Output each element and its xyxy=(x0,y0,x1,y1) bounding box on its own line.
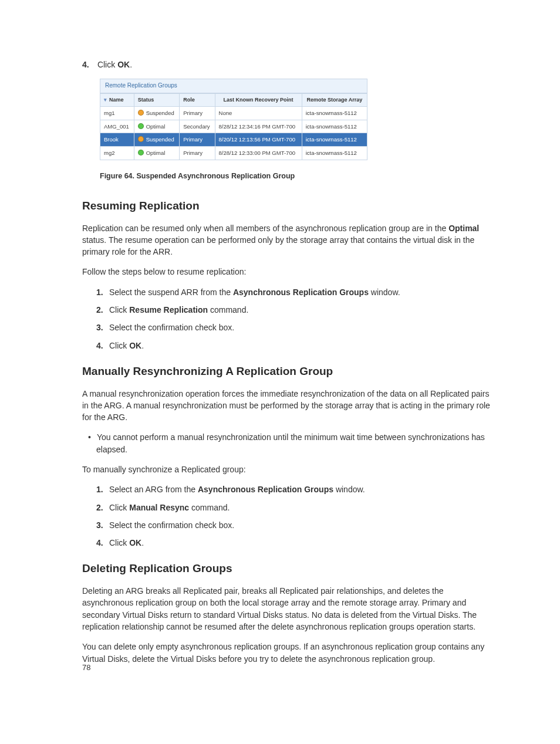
resync-p1: A manual resynchronization operation for… xyxy=(82,388,495,424)
cell-name: AMG_001 xyxy=(100,120,134,133)
resync-bullets: You cannot perform a manual resynchroniz… xyxy=(82,431,495,455)
table-row[interactable]: BrookSuspendedPrimary8/20/12 12:13:56 PM… xyxy=(100,133,367,147)
cell-remote: icta-snowmass-5112 xyxy=(302,120,367,133)
heading-resync: Manually Resynchronizing A Replication G… xyxy=(82,363,495,380)
resuming-step-3: 3.Select the confirmation check box. xyxy=(96,322,495,333)
resync-step-1: 1.Select an ARG from the Asynchronous Re… xyxy=(96,483,495,495)
col-name[interactable]: ▾Name xyxy=(100,93,134,106)
resuming-step-2: 2.Click Resume Replication command. xyxy=(96,304,495,316)
resync-p2: To manually synchronize a Replicated gro… xyxy=(82,464,495,475)
cell-role: Primary xyxy=(180,147,215,160)
step-4-click-ok: 4. Click OK. xyxy=(82,59,495,70)
resuming-steps: 1.Select the suspend ARR from the Asynch… xyxy=(82,286,495,351)
cell-status: Optimal xyxy=(134,120,180,133)
heading-resuming: Resuming Replication xyxy=(82,198,495,214)
sort-icon: ▾ xyxy=(104,97,107,103)
resync-step-4: 4.Click OK. xyxy=(96,537,495,549)
page-number: 78 xyxy=(82,662,90,674)
heading-deleting: Deleting Replication Groups xyxy=(82,560,495,577)
status-icon xyxy=(138,136,144,142)
resync-step-2: 2.Click Manual Resync command. xyxy=(96,502,495,513)
deleting-p1: Deleting an ARG breaks all Replicated pa… xyxy=(82,585,495,633)
cell-role: Primary xyxy=(180,133,215,147)
status-icon xyxy=(138,110,144,116)
step-4-bold: OK xyxy=(117,60,130,69)
replication-groups-table: ▾Name Status Role Last Known Recovery Po… xyxy=(100,93,367,160)
step-4-pre: Click xyxy=(97,60,117,69)
col-role[interactable]: Role xyxy=(180,93,215,106)
figure-64: Remote Replication Groups ▾Name Status R… xyxy=(100,79,495,160)
resync-steps: 1.Select an ARG from the Asynchronous Re… xyxy=(82,483,495,549)
step-4-post: . xyxy=(130,60,132,69)
deleting-p2: You can delete only empty asynchronous r… xyxy=(82,641,495,665)
status-icon xyxy=(138,150,144,155)
cell-role: Secondary xyxy=(180,120,215,133)
resuming-step-4: 4.Click OK. xyxy=(96,340,495,351)
cell-remote: icta-snowmass-5112 xyxy=(302,133,367,147)
cell-remote: icta-snowmass-5112 xyxy=(302,106,367,120)
cell-name: mg2 xyxy=(100,147,134,160)
col-status[interactable]: Status xyxy=(134,93,180,106)
resync-step-3: 3.Select the confirmation check box. xyxy=(96,519,495,531)
cell-role: Primary xyxy=(180,106,215,120)
cell-name: Brook xyxy=(100,133,134,147)
cell-status: Optimal xyxy=(134,147,180,160)
col-recovery[interactable]: Last Known Recovery Point xyxy=(215,93,302,106)
cell-recovery: None xyxy=(215,106,302,120)
panel-title: Remote Replication Groups xyxy=(100,79,367,93)
cell-recovery: 8/28/12 12:33:00 PM GMT-700 xyxy=(215,147,302,160)
table-row[interactable]: AMG_001OptimalSecondary8/28/12 12:34:16 … xyxy=(100,120,367,133)
table-header-row: ▾Name Status Role Last Known Recovery Po… xyxy=(100,93,367,106)
cell-name: mg1 xyxy=(100,106,134,120)
table-row[interactable]: mg1SuspendedPrimaryNoneicta-snowmass-511… xyxy=(100,106,367,120)
cell-status: Suspended xyxy=(134,133,180,147)
resuming-p2: Follow the steps below to resume replica… xyxy=(82,266,495,278)
figure-caption: Figure 64. Suspended Asynchronous Replic… xyxy=(100,171,495,181)
cell-recovery: 8/28/12 12:34:16 PM GMT-700 xyxy=(215,120,302,133)
cell-remote: icta-snowmass-5112 xyxy=(302,147,367,160)
cell-recovery: 8/20/12 12:13:56 PM GMT-700 xyxy=(215,133,302,147)
table-row[interactable]: mg2OptimalPrimary8/28/12 12:33:00 PM GMT… xyxy=(100,147,367,160)
resync-bullet-1: You cannot perform a manual resynchroniz… xyxy=(82,431,495,455)
resuming-step-1: 1.Select the suspend ARR from the Asynch… xyxy=(96,286,495,298)
resuming-p1: Replication can be resumed only when all… xyxy=(82,222,495,258)
cell-status: Suspended xyxy=(134,106,180,120)
status-icon xyxy=(138,123,144,129)
col-remote[interactable]: Remote Storage Array xyxy=(302,93,367,106)
